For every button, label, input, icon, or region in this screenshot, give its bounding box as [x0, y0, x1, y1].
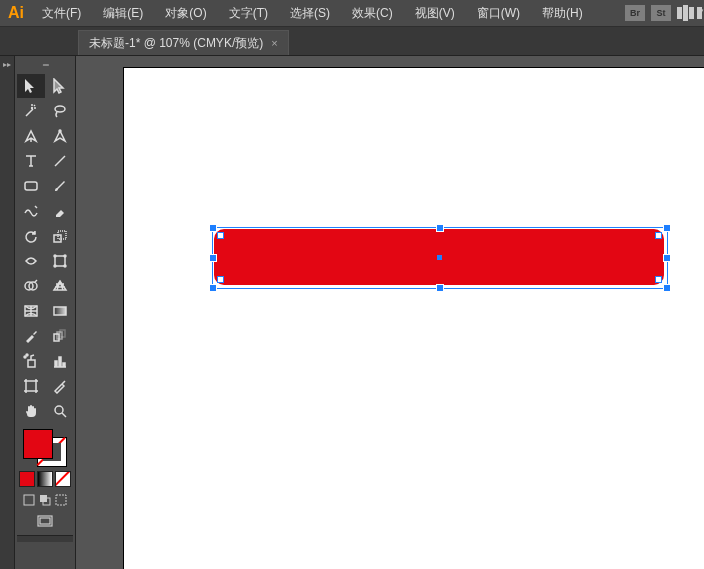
line-tool[interactable]: [46, 149, 74, 173]
canvas-area[interactable]: [76, 56, 704, 569]
column-graph-tool[interactable]: [46, 349, 74, 373]
menu-edit[interactable]: 编辑(E): [93, 1, 153, 25]
selection-handle[interactable]: [209, 254, 217, 262]
paintbrush-tool[interactable]: [46, 174, 74, 198]
toolbox-grip[interactable]: ••••••: [17, 60, 73, 72]
toolbox: ••••••: [15, 56, 76, 569]
selection-tool[interactable]: [17, 74, 45, 98]
lasso-tool[interactable]: [46, 99, 74, 123]
rotate-tool[interactable]: [17, 224, 45, 248]
selection-handle[interactable]: [436, 284, 444, 292]
selection-handle[interactable]: [663, 284, 671, 292]
draw-mode-buttons: [22, 493, 68, 507]
scale-tool[interactable]: [46, 224, 74, 248]
curvature-tool[interactable]: [46, 124, 74, 148]
toolbox-resize-handle[interactable]: [17, 535, 73, 542]
color-mode-gradient[interactable]: [37, 471, 53, 487]
stock-button[interactable]: St: [651, 5, 671, 21]
menu-view[interactable]: 视图(V): [405, 1, 465, 25]
svg-rect-18: [28, 360, 35, 367]
menu-file[interactable]: 文件(F): [32, 1, 91, 25]
svg-point-22: [55, 406, 63, 414]
svg-point-19: [24, 356, 26, 358]
svg-point-8: [64, 255, 66, 257]
change-screen-mode-button[interactable]: [34, 513, 56, 531]
document-tab[interactable]: 未标题-1* @ 107% (CMYK/预览) ×: [78, 30, 289, 55]
expand-panels-icon: ▸▸: [3, 60, 11, 69]
svg-rect-21: [26, 381, 36, 391]
artboard-tool[interactable]: [17, 374, 45, 398]
magic-wand-tool[interactable]: [17, 99, 45, 123]
anchor-point[interactable]: [655, 232, 662, 239]
collapsed-panel-strip[interactable]: ▸▸: [0, 56, 15, 569]
slice-tool[interactable]: [46, 374, 74, 398]
center-point: [437, 255, 442, 260]
artboard: [124, 68, 704, 569]
menu-window[interactable]: 窗口(W): [467, 1, 530, 25]
svg-rect-23: [24, 495, 34, 505]
menu-help[interactable]: 帮助(H): [532, 1, 593, 25]
fill-swatch[interactable]: [23, 429, 53, 459]
perspective-grid-tool[interactable]: [46, 274, 74, 298]
svg-rect-14: [54, 307, 66, 315]
svg-rect-26: [56, 495, 66, 505]
svg-point-20: [26, 354, 28, 356]
rectangle-tool[interactable]: [17, 174, 45, 198]
workspace-switcher[interactable]: ▼: [677, 5, 702, 21]
free-transform-tool[interactable]: [46, 249, 74, 273]
direct-selection-tool[interactable]: [46, 74, 74, 98]
tool-grid: [17, 74, 74, 423]
menu-type[interactable]: 文字(T): [219, 1, 278, 25]
workarea: ▸▸ ••••••: [0, 56, 704, 569]
close-tab-button[interactable]: ×: [271, 37, 277, 49]
width-tool[interactable]: [17, 249, 45, 273]
color-mode-none[interactable]: [55, 471, 71, 487]
hand-tool[interactable]: [17, 399, 45, 423]
zoom-tool[interactable]: [46, 399, 74, 423]
document-tab-title: 未标题-1* @ 107% (CMYK/预览): [89, 35, 263, 52]
screen-mode-row: [34, 513, 56, 531]
app-logo: Ai: [2, 0, 30, 26]
menubar: Ai 文件(F) 编辑(E) 对象(O) 文字(T) 选择(S) 效果(C) 视…: [0, 0, 704, 27]
eraser-tool[interactable]: [46, 199, 74, 223]
draw-behind-icon[interactable]: [38, 493, 52, 507]
symbol-sprayer-tool[interactable]: [17, 349, 45, 373]
eyedropper-tool[interactable]: [17, 324, 45, 348]
menu-select[interactable]: 选择(S): [280, 1, 340, 25]
fill-stroke-swatch[interactable]: [23, 429, 67, 467]
selection-handle[interactable]: [663, 224, 671, 232]
selection-handle[interactable]: [209, 224, 217, 232]
svg-point-9: [54, 265, 56, 267]
gradient-tool[interactable]: [46, 299, 74, 323]
bridge-button[interactable]: Br: [625, 5, 645, 21]
svg-point-0: [30, 107, 32, 109]
menu-object[interactable]: 对象(O): [155, 1, 216, 25]
illustrator-app: Ai 文件(F) 编辑(E) 对象(O) 文字(T) 选择(S) 效果(C) 视…: [0, 0, 704, 569]
color-swatch-area: [17, 429, 73, 507]
svg-rect-28: [40, 518, 50, 524]
document-tabstrip: 未标题-1* @ 107% (CMYK/预览) ×: [0, 27, 704, 56]
draw-inside-icon[interactable]: [54, 493, 68, 507]
blend-tool[interactable]: [46, 324, 74, 348]
draw-normal-icon[interactable]: [22, 493, 36, 507]
menu-effect[interactable]: 效果(C): [342, 1, 403, 25]
svg-rect-3: [25, 182, 37, 190]
chevron-down-icon: ▼: [697, 7, 702, 19]
color-mode-solid[interactable]: [19, 471, 35, 487]
anchor-point[interactable]: [655, 276, 662, 283]
type-tool[interactable]: [17, 149, 45, 173]
selection-handle[interactable]: [436, 224, 444, 232]
shape-builder-tool[interactable]: [17, 274, 45, 298]
svg-point-1: [55, 106, 65, 112]
anchor-point[interactable]: [217, 276, 224, 283]
selection-handle[interactable]: [663, 254, 671, 262]
selection-handle[interactable]: [209, 284, 217, 292]
mesh-tool[interactable]: [17, 299, 45, 323]
pen-tool[interactable]: [17, 124, 45, 148]
menubar-right: Br St ▼: [625, 5, 702, 21]
shaper-tool[interactable]: [17, 199, 45, 223]
anchor-point[interactable]: [217, 232, 224, 239]
svg-point-2: [59, 130, 61, 132]
svg-rect-6: [55, 256, 65, 266]
svg-point-10: [64, 265, 66, 267]
